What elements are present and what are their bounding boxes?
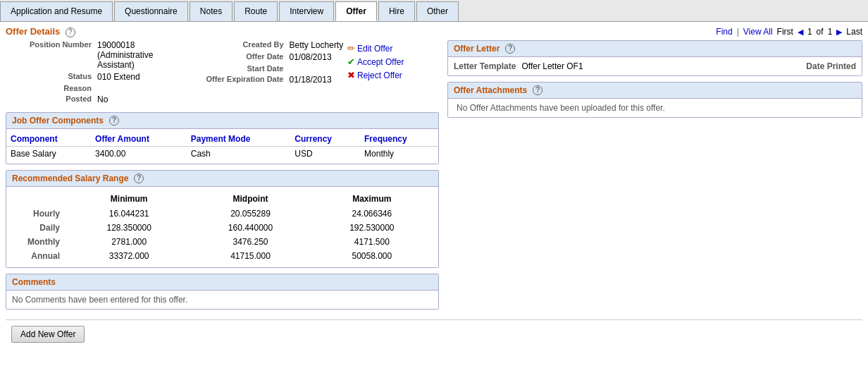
offer-date-label: Offer Date	[177, 52, 290, 62]
col-maximum: Maximum	[311, 191, 433, 207]
col-midpoint: Midpoint	[190, 191, 311, 207]
reason-label: Reason	[6, 84, 97, 92]
table-row: Daily128.350000160.440000192.530000	[12, 221, 433, 235]
offer-details-help-icon[interactable]: ?	[66, 28, 75, 37]
page-current: 1	[807, 27, 812, 37]
col-currency: Currency	[290, 132, 360, 147]
tab-application-resume[interactable]: Application and Resume	[0, 1, 113, 21]
offer-letter-help-icon[interactable]: ?	[505, 44, 515, 54]
salary-range-table: Minimum Midpoint Maximum Hourly16.044231…	[12, 191, 433, 263]
table-row: Hourly16.04423120.05528924.066346	[12, 207, 433, 221]
col-payment-mode: Payment Mode	[187, 132, 291, 147]
find-link[interactable]: Find	[716, 27, 732, 37]
start-date-label: Start Date	[177, 64, 290, 73]
tab-hire[interactable]: Hire	[378, 1, 415, 21]
table-row: Annual33372.00041715.00050058.000	[12, 249, 433, 263]
salary-range-title: Recommended Salary Range	[12, 173, 128, 183]
created-by-label: Created By	[177, 40, 290, 50]
tab-questionnaire[interactable]: Questionnaire	[114, 1, 188, 21]
tab-other[interactable]: Other	[416, 1, 459, 21]
comments-section: Comments No Comments have been entered f…	[6, 274, 439, 310]
offer-expiration-value: 01/18/2013	[290, 75, 332, 85]
offer-attachments-section: Offer Attachments ? No Offer Attachments…	[447, 82, 862, 118]
add-new-offer-button[interactable]: Add New Offer	[11, 326, 85, 343]
no-attachments-text: No Offer Attachments have been uploaded …	[454, 99, 668, 117]
table-row: Base Salary3400.00CashUSDMonthly	[6, 147, 438, 161]
job-offer-components-section: Job Offer Components ? Component Offer A…	[6, 112, 439, 164]
view-all-link[interactable]: View All	[743, 27, 773, 37]
job-offer-table: Component Offer Amount Payment Mode Curr…	[6, 132, 438, 161]
prev-arrow[interactable]: ◀	[798, 28, 803, 37]
job-offer-help-icon[interactable]: ?	[109, 116, 119, 126]
status-label: Status	[6, 72, 97, 82]
reject-offer-link[interactable]: ✖ Reject Offer	[347, 70, 402, 80]
created-by-value: Betty Locherty	[290, 40, 344, 50]
posted-label: Posted	[6, 94, 97, 104]
salary-range-section: Recommended Salary Range ? Minimum Midpo…	[6, 170, 439, 268]
position-number-label: Position Number	[6, 40, 97, 70]
next-arrow[interactable]: ▶	[836, 28, 842, 37]
tab-offer[interactable]: Offer	[335, 1, 377, 21]
tab-bar: Application and Resume Questionnaire Not…	[0, 0, 868, 22]
edit-icon: ✏	[347, 43, 355, 54]
status-value: 010 Extend	[97, 72, 140, 82]
edit-offer-link[interactable]: ✏ Edit Offer	[347, 43, 392, 54]
bottom-bar: Add New Offer	[6, 319, 862, 348]
offer-date-value: 01/08/2013	[290, 52, 332, 62]
first-label: First	[777, 27, 793, 37]
pagination-controls: Find | View All First ◀ 1 of 1 ▶ Last	[716, 27, 862, 37]
col-minimum: Minimum	[68, 191, 190, 207]
tab-notes[interactable]: Notes	[190, 1, 232, 21]
offer-letter-section: Offer Letter ? Letter Template Offer Let…	[447, 40, 862, 76]
comments-title: Comments	[12, 277, 56, 287]
accept-icon: ✔	[347, 56, 355, 67]
tab-interview[interactable]: Interview	[279, 1, 334, 21]
page-total: 1	[828, 27, 833, 37]
col-frequency: Frequency	[360, 132, 438, 147]
col-offer-amount: Offer Amount	[91, 132, 187, 147]
position-number-value: 19000018 (Administrative Assistant)	[97, 40, 177, 70]
posted-value: No	[97, 94, 108, 104]
accept-offer-link[interactable]: ✔ Accept Offer	[347, 56, 404, 67]
offer-letter-title: Offer Letter	[454, 44, 500, 54]
reject-icon: ✖	[347, 70, 355, 80]
last-label: Last	[846, 27, 862, 37]
tab-route[interactable]: Route	[234, 1, 278, 21]
table-row: Monthly2781.0003476.2504171.500	[12, 235, 433, 249]
offer-attachments-title: Offer Attachments	[454, 85, 527, 95]
offer-details-title: Offer Details	[6, 26, 60, 37]
letter-template-label: Letter Template	[454, 61, 516, 71]
job-offer-title: Job Offer Components	[12, 116, 104, 126]
action-links: ✏ Edit Offer ✔ Accept Offer ✖ Reject Off…	[347, 40, 439, 80]
letter-template-value: Offer Letter OF1	[521, 61, 583, 71]
salary-range-help-icon[interactable]: ?	[134, 173, 144, 183]
col-component: Component	[6, 132, 91, 147]
date-printed-label: Date Printed	[806, 61, 856, 71]
comments-text: No Comments have been entered for this o…	[12, 295, 187, 305]
offer-expiration-label: Offer Expiration Date	[177, 75, 290, 85]
offer-attachments-help-icon[interactable]: ?	[533, 85, 542, 95]
